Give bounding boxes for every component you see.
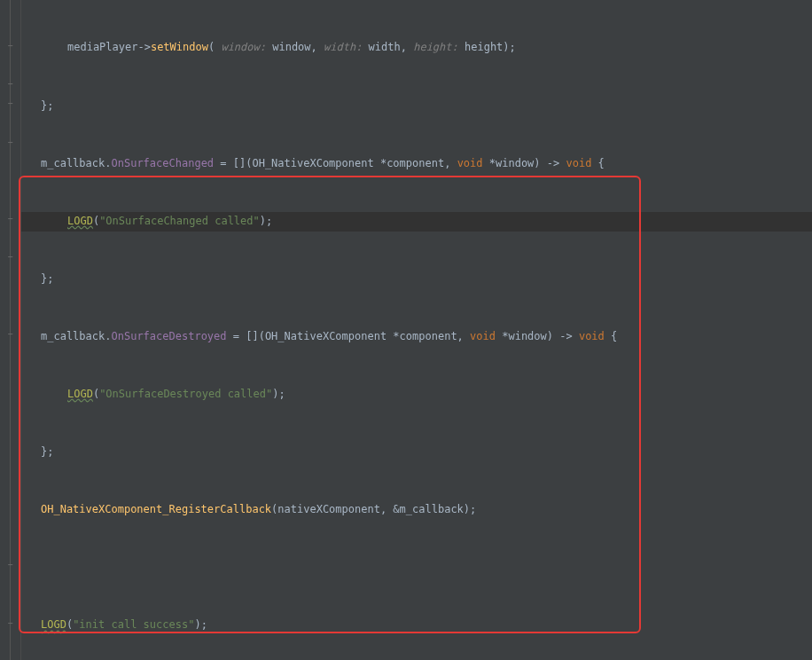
code-line: }; [21,270,812,289]
fold-icon[interactable]: − [6,99,14,107]
fold-icon[interactable]: − [6,253,14,261]
code-line: LOGD("OnSurfaceChanged called"); [21,212,812,232]
fold-icon[interactable]: − [6,215,14,223]
fold-icon[interactable]: − [6,561,14,569]
code-line: }; [21,97,812,116]
code-line: LOGD("init call success"); [21,616,812,635]
fold-icon[interactable]: − [6,138,14,146]
code-line: }; [21,443,812,462]
code-line-blank [21,558,812,578]
code-line: OH_NativeXComponent_RegisterCallback(nat… [21,500,812,520]
fold-icon[interactable]: − [6,330,14,338]
code-line: m_callback.OnSurfaceDestroyed = [](OH_Na… [21,327,812,347]
editor-gutter: − − − − − − − − − [0,0,21,660]
fold-icon[interactable]: − [6,42,14,50]
code-line: mediaPlayer->setWindow( window: window, … [21,38,812,58]
fold-icon[interactable]: − [6,619,14,627]
code-editor[interactable]: mediaPlayer->setWindow( window: window, … [21,0,812,660]
code-line: m_callback.OnSurfaceChanged = [](OH_Nati… [21,154,812,174]
code-line: LOGD("OnSurfaceDestroyed called"); [21,385,812,405]
fold-icon[interactable]: − [6,80,14,88]
